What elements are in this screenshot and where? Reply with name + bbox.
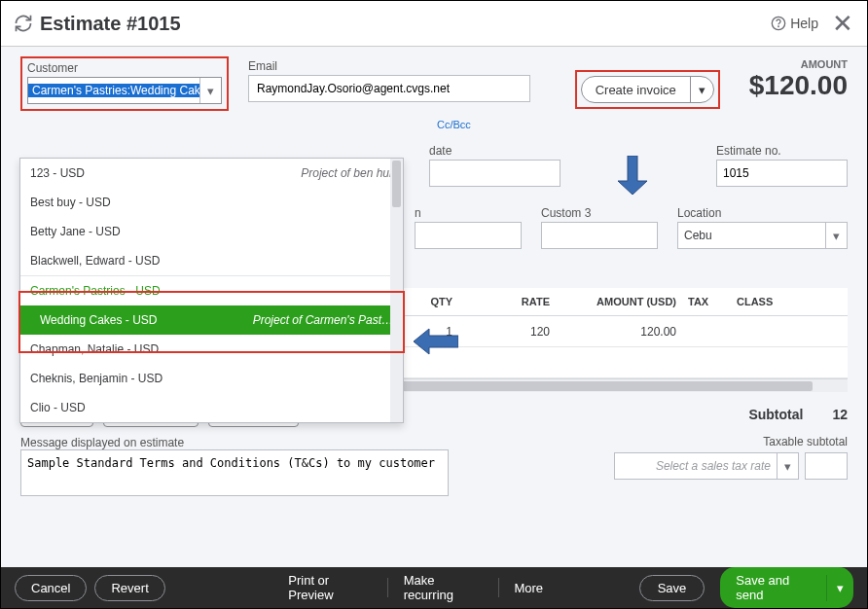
sales-tax-select[interactable]: Select a sales tax rate ▾ [614,452,799,480]
cancel-button[interactable]: Cancel [15,575,87,601]
header-bar: Estimate #1015 Help ✕ [1,1,867,47]
n-label: n [415,206,522,220]
create-invoice-button[interactable]: Create invoice ▾ [581,76,714,103]
location-label: Location [677,206,848,220]
dropdown-item[interactable]: Wedding Cakes - USDProject of Carmen's P… [20,305,403,335]
location-value: Cebu [678,229,825,242]
date-label: date [429,144,561,158]
customer-dropdown[interactable]: 123 - USDProject of ben hurBest buy - US… [19,158,404,423]
make-recurring-link[interactable]: Make recurring [396,573,490,602]
customer-highlight-box: Customer Carmen's Pastries:Wedding Cake … [20,56,229,111]
save-and-send-label: Save and send [720,567,826,608]
tax-percent-field[interactable] [805,452,848,480]
save-button[interactable]: Save [639,575,705,601]
form-body: Customer Carmen's Pastries:Wedding Cake … [1,47,867,572]
cell-rate[interactable]: 120 [458,319,556,344]
col-amount: AMOUNT (USD) [556,288,682,315]
email-label: Email [248,59,530,73]
taxable-subtotal-label: Taxable subtotal [614,435,848,448]
dropdown-item[interactable]: 123 - USDProject of ben hur [20,159,403,188]
cell-amount: 120.00 [556,319,682,344]
col-class: CLASS [731,288,809,315]
scrollbar[interactable] [390,159,403,422]
estimate-no-field[interactable] [716,160,848,187]
dropdown-item-sublabel: Project of ben hur [301,166,393,180]
cc-bcc-link[interactable]: Cc/Bcc [437,119,867,130]
dropdown-item[interactable]: Blackwell, Edward - USD [20,246,403,275]
chevron-down-icon[interactable]: ▾ [199,78,221,103]
help-label: Help [790,16,818,31]
dropdown-item[interactable]: Cheknis, Benjamin - USD [20,364,403,393]
annotation-arrow-icon [616,156,649,197]
svg-point-1 [778,26,779,27]
subtotal-label: Subtotal [748,407,803,422]
chevron-down-icon[interactable]: ▾ [690,77,713,102]
n-field[interactable] [415,222,522,249]
dropdown-item[interactable]: Carmen's Pastries - USD [20,275,403,305]
dropdown-item-label: Clio - USD [30,401,86,414]
page-title: Estimate #1015 [40,13,771,35]
create-invoice-highlight-box: Create invoice ▾ [575,70,720,109]
message-label: Message displayed on estimate [20,436,184,449]
help-link[interactable]: Help [771,16,818,31]
location-select[interactable]: Cebu ▾ [677,222,848,249]
col-tax: TAX [682,288,731,315]
amount-label: AMOUNT [749,58,848,70]
dropdown-item-label: Best buy - USD [30,196,111,209]
email-field[interactable] [248,75,530,102]
estimate-no-label: Estimate no. [716,144,848,158]
dropdown-item-label: Chapman, Natalie - USD [30,342,159,356]
sales-tax-placeholder: Select a sales tax rate [615,459,777,473]
dropdown-item-label: Cheknis, Benjamin - USD [30,372,163,385]
revert-button[interactable]: Revert [94,575,164,601]
dropdown-item-label: Betty Jane - USD [30,225,121,238]
recurring-icon [13,13,34,34]
dropdown-item-label: Blackwell, Edward - USD [30,254,160,268]
chevron-down-icon[interactable]: ▾ [825,223,847,248]
footer-bar: Cancel Revert Print or Preview Make recu… [1,567,867,608]
customer-label: Customer [27,61,222,75]
more-link[interactable]: More [506,581,551,595]
dropdown-item-label: Wedding Cakes - USD [40,313,158,327]
dropdown-item-label: Carmen's Pastries - USD [30,284,161,298]
date-field[interactable] [429,160,561,187]
col-rate: RATE [458,288,556,315]
chevron-down-icon[interactable]: ▾ [777,453,798,479]
dropdown-item-label: 123 - USD [30,166,85,180]
amount-value: $120.00 [749,70,848,101]
close-icon[interactable]: ✕ [832,11,853,36]
save-and-send-button[interactable]: Save and send ▾ [720,567,853,608]
dropdown-item[interactable]: Betty Jane - USD [20,217,403,246]
dropdown-item[interactable]: Chapman, Natalie - USD [20,335,403,364]
custom3-label: Custom 3 [541,206,658,220]
dropdown-item-sublabel: Project of Carmen's Past… [253,313,393,327]
subtotal-value: 12 [832,407,848,422]
customer-select[interactable]: Carmen's Pastries:Wedding Cake ▾ [27,77,222,104]
dropdown-item[interactable]: Best buy - USD [20,188,403,217]
message-textarea[interactable] [20,449,449,496]
annotation-arrow-icon [414,327,458,359]
custom3-field[interactable] [541,222,658,249]
print-preview-link[interactable]: Print or Preview [280,573,380,602]
chevron-down-icon[interactable]: ▾ [826,575,853,601]
create-invoice-label: Create invoice [582,77,690,102]
dropdown-item[interactable]: Clio - USD [20,393,403,422]
customer-value: Carmen's Pastries:Wedding Cake [28,84,199,97]
